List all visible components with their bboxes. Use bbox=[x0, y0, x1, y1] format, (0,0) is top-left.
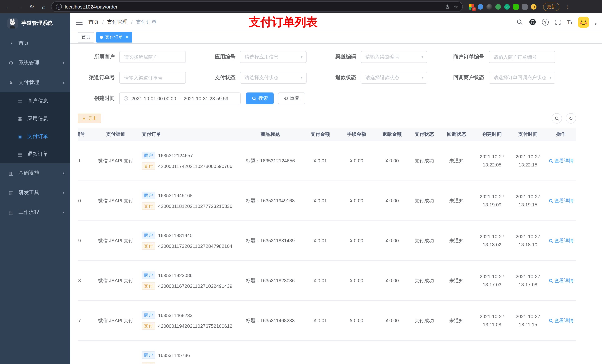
yen-icon: ¥ bbox=[8, 79, 14, 85]
table-header: 编号 支付渠道 支付订单 商品标题 支付金额 手续金额 退款金额 支付状态 回调… bbox=[78, 128, 576, 141]
view-detail-link[interactable]: 查看详情 bbox=[548, 317, 574, 324]
pay-tag: 支付 bbox=[142, 322, 155, 330]
avatar[interactable] bbox=[578, 16, 589, 28]
grid-icon: ▦ bbox=[17, 116, 23, 122]
pay-status-label: 支付状态 bbox=[198, 74, 240, 81]
back-icon[interactable]: ← bbox=[4, 2, 13, 11]
fee-cell: ¥ 0.00 bbox=[339, 318, 374, 323]
github-icon[interactable] bbox=[529, 18, 537, 26]
help-icon[interactable]: ? bbox=[542, 19, 549, 25]
extension-icon[interactable]: ⋯ bbox=[513, 4, 519, 10]
pay-tag: 支付 bbox=[142, 242, 155, 250]
amount-cell: ¥ 0.01 bbox=[302, 278, 339, 283]
extension-icon[interactable] bbox=[486, 4, 492, 10]
end-date: 2021-10-31 23:59:59 bbox=[184, 96, 228, 101]
pay-time-cell: 2021-10-2713:19:15 bbox=[510, 193, 546, 209]
app-select[interactable]: 请选择应用信息▾ bbox=[240, 51, 307, 63]
notification-badge: 10 bbox=[471, 7, 476, 11]
close-icon[interactable]: ✕ bbox=[125, 35, 129, 39]
refund-cell: ¥ 0.00 bbox=[374, 278, 410, 283]
breadcrumb-home[interactable]: 首页 bbox=[88, 19, 99, 25]
logo-image bbox=[7, 18, 18, 29]
view-detail-link[interactable]: 查看详情 bbox=[548, 237, 574, 244]
url-text: localhost:1024/pay/order bbox=[65, 4, 118, 10]
sidebar-item-payment[interactable]: ¥ 支付管理 ▴ bbox=[0, 73, 70, 92]
merchant-tag: 商户 bbox=[142, 351, 155, 359]
font-size-icon[interactable]: TT bbox=[567, 19, 573, 25]
notify-cell: 未通知 bbox=[439, 157, 474, 164]
create-time-cell: 2021-10-2713:11:08 bbox=[474, 312, 510, 329]
extension-icon[interactable]: ✓ bbox=[504, 4, 510, 10]
tab-pay-order[interactable]: 支付订单 ✕ bbox=[96, 32, 132, 42]
export-button[interactable]: 导出 bbox=[78, 114, 101, 123]
profile-avatar-icon[interactable] bbox=[531, 4, 537, 10]
sidebar-item-pay-order[interactable]: ◎ 支付订单 bbox=[0, 128, 70, 145]
sidebar-item-system[interactable]: ⚙ 系统管理 ▾ bbox=[0, 53, 70, 73]
refund-cell: ¥ 0.00 bbox=[374, 198, 410, 203]
tab-home[interactable]: 首页 bbox=[78, 32, 94, 42]
view-detail-link[interactable]: 查看详情 bbox=[548, 277, 574, 284]
merchant-tag: 商户 bbox=[142, 271, 155, 279]
pay-time-cell: 2021-10-2713:17:08 bbox=[510, 272, 546, 289]
toggle-search-button[interactable] bbox=[552, 113, 562, 124]
title-cell: 标题：1635311823086 bbox=[239, 277, 302, 284]
sidebar-item-dev-tools[interactable]: ▧ 研发工具 ▾ bbox=[0, 183, 70, 202]
reset-button[interactable]: ⟲ 重置 bbox=[278, 93, 305, 104]
hamburger-icon[interactable] bbox=[76, 20, 83, 25]
notify-status-select[interactable]: 请选择订单回调商户状态▾ bbox=[489, 72, 555, 83]
title-cell: 标题：1635312124656 bbox=[239, 157, 302, 164]
extensions-puzzle-icon[interactable] bbox=[522, 4, 527, 10]
extension-icon[interactable] bbox=[495, 4, 501, 10]
search-button[interactable]: 搜索 bbox=[246, 93, 274, 104]
view-detail-link[interactable]: 查看详情 bbox=[548, 197, 574, 204]
breadcrumb-current: 支付订单 bbox=[136, 19, 157, 25]
search-icon bbox=[548, 198, 553, 203]
payment-submenu: ▭ 商户信息 ▦ 应用信息 ◎ 支付订单 ▤ 退款订单 bbox=[0, 92, 70, 163]
refund-status-select[interactable]: 请选择退款状态▾ bbox=[361, 72, 427, 83]
fullscreen-icon[interactable] bbox=[554, 18, 562, 26]
channel-code-select[interactable]: 请输入渠道编码▾ bbox=[361, 51, 427, 63]
create-time-label: 创建时间 bbox=[78, 95, 119, 102]
channel-order-no-input[interactable] bbox=[119, 72, 186, 83]
browser-menu-icon[interactable]: ⋮ bbox=[565, 4, 570, 10]
search-icon[interactable] bbox=[516, 18, 524, 26]
share-icon[interactable] bbox=[445, 4, 450, 9]
refund-cell: ¥ 0.00 bbox=[374, 158, 410, 164]
title-cell: 标题：1635311949168 bbox=[239, 197, 302, 204]
sidebar-item-merchant-info[interactable]: ▭ 商户信息 bbox=[0, 92, 70, 110]
pay-channel-cell: 微信 JSAPI 支付 bbox=[93, 277, 139, 284]
search-icon bbox=[548, 239, 553, 243]
sidebar-item-workflow[interactable]: ▨ 工作流程 ▾ bbox=[0, 202, 70, 222]
search-icon bbox=[548, 278, 553, 283]
bookmark-star-icon[interactable]: ☆ bbox=[454, 4, 458, 10]
merchant-tag: 商户 bbox=[142, 312, 155, 319]
extension-icon[interactable] bbox=[478, 4, 483, 10]
pay-time-cell: 2021-10-2713:11:15 bbox=[510, 312, 546, 329]
sidebar-item-home[interactable]: ◔ 首页 bbox=[0, 33, 70, 53]
sidebar-item-infrastructure[interactable]: ▥ 基础设施 ▾ bbox=[0, 163, 70, 183]
refresh-table-button[interactable]: ↻ bbox=[566, 113, 576, 124]
chevron-down-icon: ▾ bbox=[421, 55, 423, 59]
pay-time-cell: 2021-10-2713:22:15 bbox=[510, 153, 546, 169]
site-info-icon[interactable]: i bbox=[56, 4, 62, 10]
merchant-order-no-input[interactable] bbox=[489, 51, 555, 63]
merchant-order-no-label: 商户订单编号 bbox=[440, 54, 489, 60]
forward-icon[interactable]: → bbox=[16, 2, 24, 11]
avatar-caret-icon[interactable]: ▾ bbox=[595, 22, 596, 26]
merchant-input[interactable] bbox=[119, 51, 186, 63]
home-icon[interactable]: ⌂ bbox=[39, 2, 48, 11]
chrome-update-button[interactable]: 更新 bbox=[543, 2, 559, 11]
extension-icon[interactable]: 10 bbox=[469, 4, 474, 10]
dashboard-icon: ◔ bbox=[8, 40, 14, 46]
create-time-range-picker[interactable]: 2021-10-01 00:00:00 - 2021-10-31 23:59:5… bbox=[119, 93, 241, 104]
pay-order-cell: 商户1635311881440 支付4200001173202110272847… bbox=[139, 228, 239, 253]
sidebar-item-refund-order[interactable]: ▤ 退款订单 bbox=[0, 145, 70, 163]
pay-status-select[interactable]: 请选择支付状态▾ bbox=[240, 72, 307, 83]
address-bar[interactable]: i localhost:1024/pay/order ☆ bbox=[51, 1, 463, 12]
app-logo[interactable]: 芋道管理系统 bbox=[0, 13, 70, 33]
sidebar-item-app-info[interactable]: ▦ 应用信息 bbox=[0, 110, 70, 128]
start-date: 2021-10-01 00:00:00 bbox=[131, 96, 176, 101]
status-cell: 支付成功 bbox=[410, 317, 439, 324]
reload-icon[interactable]: ↻ bbox=[27, 2, 36, 11]
view-detail-link[interactable]: 查看详情 bbox=[548, 157, 574, 164]
